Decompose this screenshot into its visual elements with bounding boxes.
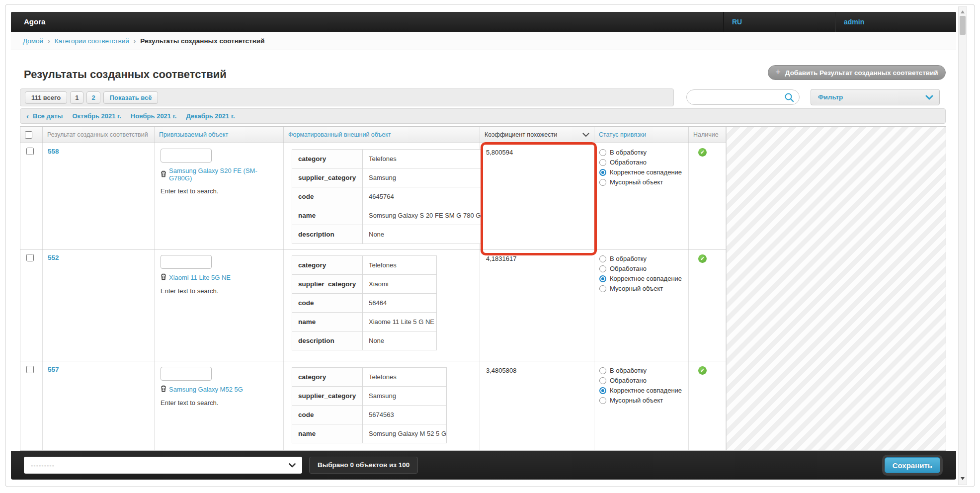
coefficient-value: 5,800594	[485, 148, 513, 156]
scroll-up-icon[interactable]	[961, 10, 965, 13]
external-field-label: description	[292, 331, 363, 350]
add-result-button[interactable]: + Добавить Результат созданных соответст…	[768, 65, 946, 80]
row-id-link[interactable]: 557	[48, 366, 59, 373]
row-checkbox[interactable]	[26, 366, 34, 373]
status-radio-group: В обработкуОбработаноКорректное совпаден…	[599, 148, 683, 186]
status-radio-option[interactable]: В обработку	[599, 255, 683, 262]
row-id-link[interactable]: 552	[48, 254, 59, 261]
status-radio-option[interactable]: В обработку	[599, 149, 683, 156]
linked-object-search-input[interactable]	[161, 149, 212, 163]
linked-object-link[interactable]: Samsung Galaxy S20 FE (SM-G780G)	[169, 167, 278, 182]
scroll-down-icon[interactable]	[961, 477, 965, 480]
coefficient-cell: 4,1831617	[480, 249, 594, 361]
status-radio-label: В обработку	[610, 367, 647, 374]
month-link-october[interactable]: Октябрь 2021 г.	[72, 112, 121, 120]
row-id-link[interactable]: 558	[48, 148, 59, 155]
linked-object-link[interactable]: Samsung Galaxy M52 5G	[169, 386, 243, 393]
external-field-label: category	[292, 368, 363, 387]
status-radio-label: В обработку	[610, 255, 647, 262]
radio-button[interactable]	[599, 367, 606, 374]
search-input[interactable]	[694, 90, 781, 104]
month-link-december[interactable]: Декабрь 2021 г.	[186, 112, 235, 120]
status-radio-option[interactable]: Корректное совпадение	[599, 168, 683, 176]
chevron-down-icon	[289, 463, 296, 468]
linked-object-search-input[interactable]	[161, 367, 212, 381]
breadcrumb: Домой › Категории соответствий › Результ…	[11, 32, 956, 50]
breadcrumb-home-link[interactable]: Домой	[23, 37, 43, 45]
status-radio-option[interactable]: Обработано	[599, 265, 683, 272]
status-radio-option[interactable]: Мусорный объект	[599, 178, 683, 186]
trash-icon[interactable]	[161, 273, 166, 282]
status-radio-option[interactable]: Мусорный объект	[599, 285, 683, 292]
search-icon[interactable]	[784, 92, 795, 105]
trash-icon[interactable]	[161, 385, 166, 394]
select-all-checkbox[interactable]	[25, 131, 32, 139]
linked-object-link[interactable]: Xiaomi 11 Lite 5G NE	[169, 274, 231, 281]
status-radio-label: Обработано	[610, 159, 647, 166]
language-link[interactable]: RU	[723, 12, 835, 32]
page-button-2[interactable]: 2	[86, 91, 100, 104]
radio-button[interactable]	[599, 149, 606, 156]
external-field-value: Samsung	[363, 168, 482, 187]
show-all-button[interactable]: Показать всё	[103, 91, 159, 104]
status-radio-label: Обработано	[610, 377, 647, 384]
vertical-scrollbar[interactable]	[958, 6, 967, 485]
topbar-spacer	[45, 12, 723, 32]
external-field-value: None	[363, 225, 482, 244]
hatched-empty-area	[726, 127, 946, 450]
availability-cell: ✓	[689, 361, 726, 451]
status-radio-option[interactable]: Обработано	[599, 377, 683, 384]
trash-icon[interactable]	[161, 170, 166, 179]
sort-chevron-icon[interactable]	[582, 133, 589, 137]
status-radio-label: Обработано	[610, 265, 647, 272]
status-radio-option[interactable]: Обработано	[599, 159, 683, 166]
filter-label: Фильтр	[811, 93, 925, 101]
external-field-value: Telefones	[363, 368, 447, 387]
row-checkbox[interactable]	[26, 148, 34, 155]
availability-cell: ✓	[689, 143, 726, 249]
scrollbar-thumb[interactable]	[960, 16, 966, 35]
radio-button[interactable]	[599, 159, 606, 166]
status-radio-option[interactable]: Мусорный объект	[599, 397, 683, 404]
radio-button[interactable]	[599, 397, 606, 404]
external-field-label: code	[292, 294, 363, 313]
action-select[interactable]: ---------	[24, 457, 302, 474]
save-button[interactable]: Сохранить	[885, 457, 940, 473]
status-radio-option[interactable]: В обработку	[599, 367, 683, 374]
status-radio-option[interactable]: Корректное совпадение	[599, 275, 683, 282]
column-header[interactable]: Форматированный внешний объект	[284, 127, 480, 143]
column-header[interactable]: Статус привязки	[594, 127, 689, 143]
column-header[interactable]: Привязываемый объект	[155, 127, 284, 143]
radio-button[interactable]	[599, 265, 606, 272]
status-radio-option[interactable]: Корректное совпадение	[599, 387, 683, 394]
page-button-1[interactable]: 1	[70, 91, 83, 104]
chevron-down-icon	[925, 95, 933, 100]
filter-dropdown[interactable]: Фильтр	[811, 89, 940, 105]
radio-button[interactable]	[599, 285, 606, 292]
user-menu-link[interactable]: admin	[835, 12, 956, 32]
pagination-toolbar: 111 всего 1 2 Показать всё	[20, 88, 674, 106]
coefficient-value: 3,4805808	[485, 366, 516, 374]
all-dates-link[interactable]: Все даты	[33, 112, 63, 120]
radio-button[interactable]	[599, 387, 606, 394]
radio-button[interactable]	[599, 275, 606, 282]
linked-object-search-input[interactable]	[161, 255, 212, 269]
top-bar: Agora RU admin	[11, 12, 956, 32]
selected-objects-info: Выбрано 0 объектов из 100	[309, 457, 418, 474]
column-header[interactable]: Коэффициент похожести	[480, 127, 594, 143]
month-link-november[interactable]: Ноябрь 2021 г.	[131, 112, 177, 120]
radio-button[interactable]	[599, 169, 606, 176]
radio-button[interactable]	[599, 179, 606, 186]
add-result-button-label: Добавить Результат созданных соответстви…	[785, 69, 938, 77]
status-cell: В обработкуОбработаноКорректное совпаден…	[594, 361, 689, 451]
status-radio-label: Мусорный объект	[610, 178, 663, 186]
availability-cell: ✓	[689, 249, 726, 361]
breadcrumb-current: Результаты созданных соответствий	[140, 37, 264, 45]
action-select-value: ---------	[24, 462, 289, 469]
status-cell: В обработкуОбработаноКорректное совпаден…	[594, 249, 689, 361]
radio-button[interactable]	[599, 255, 606, 262]
breadcrumb-categories-link[interactable]: Категории соответствий	[55, 37, 129, 45]
radio-button[interactable]	[599, 377, 606, 384]
row-checkbox[interactable]	[26, 254, 34, 261]
status-radio-label: Мусорный объект	[610, 285, 663, 292]
